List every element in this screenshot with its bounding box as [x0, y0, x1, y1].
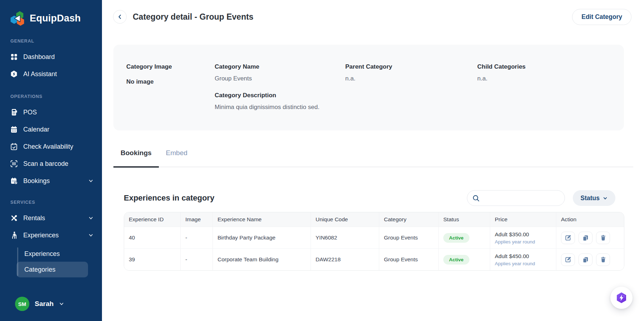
cell-action — [556, 249, 624, 270]
rentals-paddles-icon — [10, 214, 18, 222]
parent-category-value: n.a. — [345, 75, 477, 82]
delete-button[interactable] — [596, 232, 610, 244]
trash-icon — [600, 234, 606, 241]
search-icon — [472, 194, 480, 202]
section-label-operations: OPERATIONS — [0, 94, 102, 99]
equipdash-logo-icon — [9, 10, 26, 26]
detail-tabs: Bookings Embed — [113, 144, 633, 167]
edit-button[interactable] — [561, 253, 575, 266]
table-row: 39 - Corporate Team Building DAW2218 Gro… — [124, 248, 624, 270]
main-content: Category detail - Group Events Edit Cate… — [102, 0, 644, 321]
sidebar-item-rentals[interactable]: Rentals — [0, 209, 102, 227]
sidebar-item-label: Dashboard — [23, 53, 93, 61]
copy-button[interactable] — [579, 253, 592, 266]
page-header: Category detail - Group Events Edit Cate… — [102, 0, 644, 34]
cell-experience-id: 39 — [124, 249, 181, 270]
status-filter-label: Status — [581, 194, 600, 202]
cell-price: Adult $350.00 Applies year round — [490, 227, 556, 248]
cell-category: Group Events — [379, 227, 439, 248]
experiences-table: Experience ID Image Experience Name Uniq… — [124, 212, 624, 271]
edit-category-button[interactable]: Edit Category — [572, 9, 631, 25]
cell-action — [556, 227, 624, 248]
sidebar-item-label: Check Availability — [23, 143, 93, 150]
sidebar-subitem-categories[interactable]: Categories — [16, 262, 88, 277]
parent-category-field: Parent Category n.a. — [345, 63, 477, 130]
sidebar-subitem-label: Categories — [24, 266, 55, 273]
sidebar-item-label: Calendar — [23, 126, 93, 133]
delete-button[interactable] — [596, 253, 610, 266]
child-categories-value: n.a. — [477, 75, 624, 82]
copy-button[interactable] — [579, 232, 592, 244]
calendar-check-icon — [10, 143, 18, 150]
sidebar-item-label: AI Assistant — [23, 70, 93, 78]
edit-button[interactable] — [561, 232, 575, 244]
child-categories-field: Child Categories n.a. — [477, 63, 624, 130]
parent-category-label: Parent Category — [345, 63, 477, 70]
sidebar-item-ai-assistant[interactable]: AI Assistant — [0, 65, 102, 83]
sidebar-item-label: Scan a barcode — [23, 160, 93, 168]
sidebar-item-scan-barcode[interactable]: Scan a barcode — [0, 155, 102, 172]
status-filter-button[interactable]: Status — [573, 190, 615, 206]
category-name-label: Category Name — [215, 63, 345, 70]
sidebar-subitem-experiences[interactable]: Experiences — [16, 246, 88, 262]
column-header-status: Status — [439, 212, 490, 227]
sidebar-item-experiences[interactable]: Experiences — [0, 227, 102, 244]
category-image-label: Category Image — [126, 63, 215, 70]
ai-assistant-icon — [10, 70, 18, 78]
ai-assistant-fab[interactable] — [610, 287, 633, 309]
tab-bookings[interactable]: Bookings — [113, 144, 159, 168]
lightning-hexagon-icon — [615, 291, 628, 304]
chevron-down-icon — [88, 216, 93, 221]
cell-category: Group Events — [379, 249, 439, 270]
category-name-field: Category Name Group Events Category Desc… — [215, 63, 345, 130]
chevron-down-icon — [59, 301, 64, 306]
sidebar-item-bookings[interactable]: Bookings — [0, 172, 102, 189]
sidebar-item-label: Experiences — [23, 232, 83, 239]
sidebar-item-check-availability[interactable]: Check Availability — [0, 138, 102, 155]
experiences-section: Experiences in category Status Experienc… — [124, 190, 624, 271]
category-description-value: Minima quia dignissimos distinctio sed. — [215, 104, 345, 111]
category-image-field: Category Image No image — [126, 63, 215, 130]
price-note: Applies year round — [495, 239, 535, 245]
table-row: 40 - Birthday Party Package YIN6082 Grou… — [124, 227, 624, 248]
pos-terminal-icon — [10, 108, 18, 116]
sidebar-item-calendar[interactable]: Calendar — [0, 121, 102, 138]
edit-icon — [565, 256, 571, 263]
chevron-down-icon — [603, 196, 608, 201]
cell-image: - — [181, 227, 213, 248]
calendar-icon — [10, 125, 18, 133]
cell-experience-name: Corporate Team Building — [213, 249, 311, 270]
column-header-action: Action — [556, 212, 624, 227]
sidebar-item-label: Bookings — [23, 177, 83, 185]
chevron-down-icon — [88, 233, 93, 238]
user-menu[interactable]: SM Sarah — [0, 297, 102, 311]
table-body: 40 - Birthday Party Package YIN6082 Grou… — [124, 227, 624, 270]
trash-icon — [600, 256, 606, 263]
category-description-field: Category Description Minima quia digniss… — [215, 92, 345, 111]
cell-status: Active — [439, 227, 490, 248]
experiences-hiker-icon — [10, 231, 18, 239]
category-image-value: No image — [126, 78, 215, 85]
price-value: Adult $350.00 — [495, 231, 529, 238]
bookings-calendar-icon — [10, 177, 18, 185]
child-categories-label: Child Categories — [477, 63, 624, 70]
category-description-label: Category Description — [215, 92, 345, 99]
column-header-unique-code: Unique Code — [311, 212, 379, 227]
cell-unique-code: DAW2218 — [311, 249, 379, 270]
sidebar-item-dashboard[interactable]: Dashboard — [0, 48, 102, 65]
tab-embed[interactable]: Embed — [159, 144, 195, 168]
section-label-services: SERVICES — [0, 200, 102, 205]
column-header-price: Price — [490, 212, 556, 227]
sidebar-subitem-label: Experiences — [24, 250, 60, 258]
column-header-experience-id: Experience ID — [124, 212, 181, 227]
sidebar-item-label: POS — [23, 109, 93, 116]
search-input[interactable] — [483, 195, 560, 201]
chevron-down-icon — [88, 178, 93, 183]
copy-icon — [582, 256, 589, 263]
sidebar-item-pos[interactable]: POS — [0, 104, 102, 121]
section-title: Experiences in category — [124, 193, 467, 203]
app-name: EquipDash — [30, 13, 81, 24]
category-detail-card: Category Image No image Category Name Gr… — [113, 45, 624, 130]
status-badge: Active — [443, 233, 469, 243]
back-button[interactable] — [113, 10, 127, 24]
